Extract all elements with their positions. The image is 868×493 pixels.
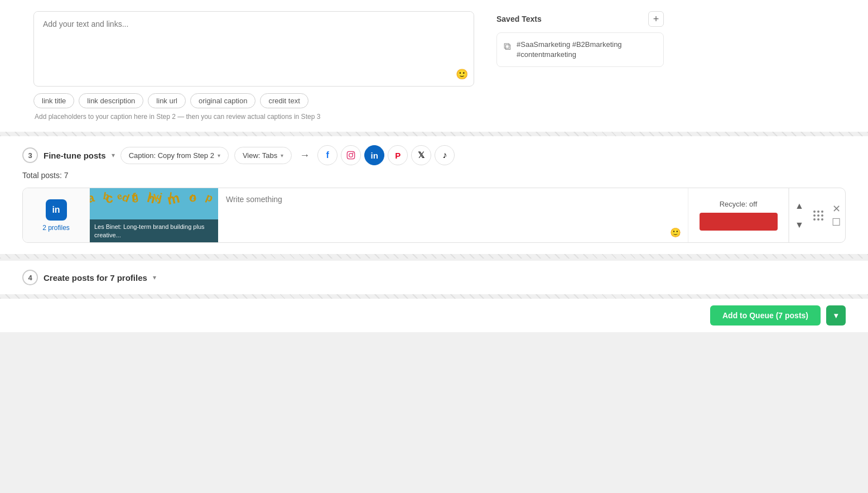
dots-menu-button[interactable] xyxy=(812,209,825,222)
add-saved-text-button[interactable]: + xyxy=(648,11,664,27)
recycle-bar[interactable] xyxy=(700,213,778,231)
add-to-queue-button[interactable]: Add to Queue (7 posts) xyxy=(710,305,821,326)
view-chevron-icon: ▾ xyxy=(281,152,283,159)
step3-section: 3 Fine-tune posts ▾ Caption: Copy from S… xyxy=(0,136,868,254)
text-input-area: 🙂 link title link description link url o… xyxy=(0,11,485,121)
step3-title: Fine-tune posts xyxy=(44,151,106,160)
link-description-tag[interactable]: link description xyxy=(79,93,143,108)
profiles-count: 2 profiles xyxy=(42,224,70,232)
social-icons-group: f in P 𝕏 ♪ xyxy=(317,145,455,165)
post-emoji-button[interactable]: 🙂 xyxy=(670,227,681,238)
view-dropdown-label: View: Tabs xyxy=(243,151,277,160)
caption-textarea[interactable] xyxy=(34,12,474,84)
link-title-tag[interactable]: link title xyxy=(33,93,74,108)
post-profile-col: in 2 profiles xyxy=(23,188,90,242)
svg-point-1 xyxy=(349,154,353,157)
caption-dropdown-label: Caption: Copy from Step 2 xyxy=(129,151,214,160)
post-image-caption: Les Binet: Long-term brand building plus… xyxy=(90,219,218,242)
posts-container: Total posts: 7 in 2 profiles a xyxy=(0,165,868,254)
placeholder-tags: link title link description link url ori… xyxy=(33,93,474,108)
twitter-social-btn[interactable]: 𝕏 xyxy=(411,145,431,165)
pinterest-social-btn[interactable]: P xyxy=(388,145,408,165)
post-recycle-col: Recycle: off xyxy=(688,188,789,242)
move-up-button[interactable]: ▲ xyxy=(793,199,806,213)
linkedin-social-btn[interactable]: in xyxy=(364,145,384,165)
saved-texts-header: Saved Texts + xyxy=(496,11,664,27)
saved-text-content: #SaaSmarketing #B2Bmarketing #contentmar… xyxy=(517,40,657,60)
facebook-social-btn[interactable]: f xyxy=(317,145,337,165)
emoji-button[interactable]: 🙂 xyxy=(456,68,468,80)
caption-dropdown[interactable]: Caption: Copy from Step 2 ▾ xyxy=(120,147,229,164)
recycle-label: Recycle: off xyxy=(720,200,758,208)
total-posts-label: Total posts: 7 xyxy=(22,171,846,180)
expand-button[interactable]: ☐ xyxy=(830,216,843,229)
bottom-bar: Add to Queue (7 posts) ▾ xyxy=(0,299,868,332)
linkedin-profile-icon: in xyxy=(46,199,67,221)
dots-icon xyxy=(813,210,823,221)
instagram-social-btn[interactable] xyxy=(341,145,361,165)
copy-icon[interactable]: ⧉ xyxy=(504,41,511,52)
credit-text-tag[interactable]: credit text xyxy=(260,93,308,108)
post-text-col: 🙂 xyxy=(218,188,688,242)
view-dropdown[interactable]: View: Tabs ▾ xyxy=(234,147,292,164)
action-col: ✕ ☐ xyxy=(827,202,845,229)
linkedin-in-text: in xyxy=(52,205,60,215)
dots-col xyxy=(809,209,827,222)
step4-header: 4 Create posts for 7 profiles ▾ xyxy=(22,270,846,285)
section-gap-1 xyxy=(0,132,868,136)
arrow-right-icon: → xyxy=(300,150,310,161)
saved-texts-panel: Saved Texts + ⧉ #SaaSmarketing #B2Bmarke… xyxy=(496,11,675,121)
post-controls-col: ▲ ▼ xyxy=(789,188,845,242)
step3-header: 3 Fine-tune posts ▾ Caption: Copy from S… xyxy=(22,145,846,165)
section-gap-2 xyxy=(0,254,868,259)
post-image-col: a b c d e f g h i j k l m xyxy=(90,188,218,242)
tiktok-social-btn[interactable]: ♪ xyxy=(435,145,455,165)
svg-point-2 xyxy=(353,152,354,154)
step3-header-wrapper: 3 Fine-tune posts ▾ Caption: Copy from S… xyxy=(0,136,868,165)
step4-chevron-icon: ▾ xyxy=(153,274,156,281)
arrows-col: ▲ ▼ xyxy=(789,199,809,232)
post-write-textarea[interactable] xyxy=(226,195,680,234)
section-gap-3 xyxy=(0,294,868,299)
move-down-button[interactable]: ▼ xyxy=(793,218,806,232)
svg-rect-0 xyxy=(348,151,355,159)
top-section: 🙂 link title link description link url o… xyxy=(0,0,868,132)
caption-textarea-wrapper: 🙂 xyxy=(33,11,474,87)
step4-title: Create posts for 7 profiles xyxy=(44,273,147,283)
step4-number: 4 xyxy=(22,270,38,285)
close-button[interactable]: ✕ xyxy=(830,202,843,216)
caption-chevron-icon: ▾ xyxy=(218,152,220,159)
step3-chevron-icon: ▾ xyxy=(112,151,115,159)
add-to-queue-arrow-button[interactable]: ▾ xyxy=(826,305,846,326)
saved-texts-title: Saved Texts xyxy=(496,15,542,23)
link-url-tag[interactable]: link url xyxy=(148,93,186,108)
step3-number: 3 xyxy=(22,147,38,163)
saved-text-item: ⧉ #SaaSmarketing #B2Bmarketing #contentm… xyxy=(496,32,664,67)
post-card: in 2 profiles a b c d e f xyxy=(22,188,846,243)
page-wrapper: 🙂 link title link description link url o… xyxy=(0,0,868,493)
placeholder-hint: Add placeholders to your caption here in… xyxy=(33,113,474,121)
step4-section: 4 Create posts for 7 profiles ▾ xyxy=(0,261,868,294)
original-caption-tag[interactable]: original caption xyxy=(190,93,255,108)
